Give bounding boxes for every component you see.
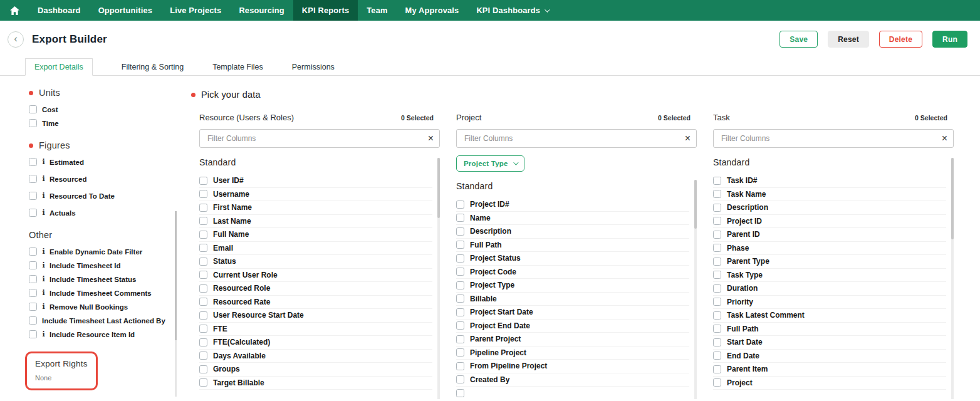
- reset-button[interactable]: Reset: [828, 31, 869, 48]
- clear-icon[interactable]: ×: [428, 133, 434, 143]
- checkbox[interactable]: [29, 316, 37, 325]
- checkbox[interactable]: [29, 158, 37, 166]
- checkbox[interactable]: [29, 192, 37, 200]
- checkbox[interactable]: [29, 261, 37, 269]
- save-button[interactable]: Save: [779, 31, 818, 48]
- clear-icon[interactable]: ×: [685, 133, 691, 143]
- checkbox[interactable]: [199, 365, 207, 373]
- checkbox[interactable]: [199, 231, 207, 239]
- checkbox[interactable]: [29, 209, 37, 217]
- sidebar-scrollbar[interactable]: [175, 211, 177, 397]
- clear-icon[interactable]: ×: [942, 133, 947, 143]
- checkbox[interactable]: [456, 321, 464, 330]
- tab-template-files[interactable]: Template Files: [212, 59, 263, 76]
- checkbox[interactable]: [199, 325, 207, 333]
- filter-columns-input[interactable]: [720, 133, 934, 143]
- checkbox[interactable]: [199, 271, 207, 279]
- checkbox[interactable]: [713, 204, 721, 212]
- checkbox[interactable]: [713, 378, 721, 387]
- checkbox[interactable]: [29, 289, 37, 297]
- checkbox[interactable]: [199, 190, 207, 198]
- nav-item-team[interactable]: Team: [358, 0, 396, 21]
- checkbox[interactable]: [713, 231, 721, 239]
- checkbox[interactable]: [456, 254, 464, 263]
- checkbox[interactable]: [713, 352, 721, 360]
- tab-export-details[interactable]: Export Details: [25, 58, 93, 76]
- nav-item-my-approvals[interactable]: My Approvals: [397, 0, 468, 21]
- checkbox[interactable]: [713, 244, 721, 252]
- filter-chip-project-type[interactable]: Project Type: [456, 155, 524, 172]
- checkbox[interactable]: [713, 365, 721, 373]
- checkbox[interactable]: [713, 271, 721, 279]
- column-scrollbar[interactable]: [437, 158, 440, 399]
- checkbox[interactable]: [713, 311, 721, 320]
- column-scrollbar-thumb[interactable]: [951, 158, 954, 239]
- info-icon[interactable]: i: [42, 275, 45, 283]
- checkbox[interactable]: [456, 227, 464, 236]
- checkbox[interactable]: [713, 284, 721, 293]
- checkbox[interactable]: [456, 281, 464, 289]
- checkbox[interactable]: [456, 375, 464, 383]
- checkbox[interactable]: [456, 362, 464, 370]
- checkbox[interactable]: [199, 338, 207, 346]
- nav-item-kpi-dashboards[interactable]: KPI Dashboards: [467, 0, 557, 21]
- checkbox[interactable]: [713, 258, 721, 266]
- checkbox[interactable]: [199, 204, 207, 212]
- run-button[interactable]: Run: [932, 31, 967, 48]
- nav-item-dashboard[interactable]: Dashboard: [29, 0, 90, 21]
- back-button[interactable]: ‹: [8, 31, 24, 48]
- filter-columns-input[interactable]: [463, 133, 677, 143]
- column-scrollbar-thumb[interactable]: [437, 158, 440, 218]
- checkbox[interactable]: [713, 298, 721, 306]
- info-icon[interactable]: i: [42, 158, 45, 166]
- nav-item-live-projects[interactable]: Live Projects: [161, 0, 230, 21]
- nav-item-resourcing[interactable]: Resourcing: [230, 0, 293, 21]
- checkbox[interactable]: [713, 325, 721, 333]
- info-icon[interactable]: i: [42, 330, 45, 338]
- checkbox[interactable]: [199, 284, 207, 293]
- checkbox[interactable]: [456, 241, 464, 249]
- sidebar-scrollbar-thumb[interactable]: [175, 211, 177, 340]
- checkbox[interactable]: [199, 177, 207, 185]
- checkbox[interactable]: [29, 105, 37, 113]
- checkbox[interactable]: [456, 200, 464, 209]
- checkbox[interactable]: [29, 330, 37, 338]
- checkbox[interactable]: [199, 217, 207, 225]
- column-scrollbar[interactable]: [694, 180, 697, 399]
- checkbox[interactable]: [713, 338, 721, 346]
- info-icon[interactable]: i: [42, 289, 45, 297]
- info-icon[interactable]: i: [42, 303, 45, 311]
- column-scrollbar[interactable]: [951, 158, 954, 399]
- info-icon[interactable]: i: [42, 247, 45, 256]
- checkbox[interactable]: [713, 217, 721, 225]
- checkbox[interactable]: [199, 244, 207, 252]
- nav-item-opportunities[interactable]: Opportunities: [90, 0, 162, 21]
- checkbox[interactable]: [456, 214, 464, 222]
- checkbox[interactable]: [29, 247, 37, 256]
- checkbox[interactable]: [29, 119, 37, 127]
- delete-button[interactable]: Delete: [879, 31, 922, 48]
- tab-permissions[interactable]: Permissions: [292, 59, 335, 76]
- tab-filtering-sorting[interactable]: Filtering & Sorting: [122, 59, 184, 76]
- checkbox[interactable]: [713, 177, 721, 185]
- home-icon[interactable]: [0, 0, 29, 21]
- checkbox[interactable]: [456, 348, 464, 357]
- checkbox[interactable]: [456, 268, 464, 276]
- checkbox[interactable]: [713, 190, 721, 198]
- checkbox[interactable]: [199, 311, 207, 320]
- column-scrollbar-thumb[interactable]: [694, 180, 697, 229]
- checkbox[interactable]: [199, 378, 207, 387]
- checkbox[interactable]: [29, 303, 37, 311]
- info-icon[interactable]: i: [42, 261, 45, 269]
- checkbox[interactable]: [199, 258, 207, 266]
- checkbox[interactable]: [456, 294, 464, 303]
- checkbox[interactable]: [29, 175, 37, 183]
- filter-columns-input[interactable]: [206, 133, 420, 143]
- info-icon[interactable]: i: [42, 192, 45, 200]
- checkbox[interactable]: [199, 352, 207, 360]
- checkbox[interactable]: [456, 389, 464, 397]
- checkbox[interactable]: [456, 335, 464, 343]
- checkbox[interactable]: [199, 298, 207, 306]
- info-icon[interactable]: i: [42, 209, 45, 217]
- checkbox[interactable]: [29, 275, 37, 283]
